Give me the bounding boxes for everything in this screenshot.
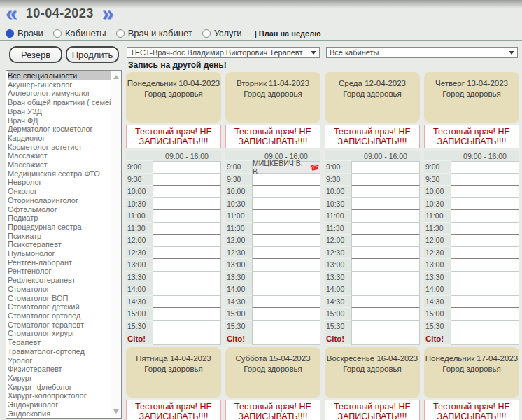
appointment-slot[interactable] [451, 223, 519, 235]
appointment-slot[interactable] [451, 259, 519, 272]
specialty-item[interactable]: Рефлексотерапевт [8, 276, 111, 285]
appointment-slot[interactable] [153, 174, 221, 186]
appointment-slot[interactable] [451, 186, 519, 198]
appointment-slot[interactable] [153, 259, 221, 272]
appointment-slot[interactable] [153, 296, 221, 309]
appointment-slot[interactable] [153, 210, 221, 223]
appointment-slot[interactable]: МИЦКЕВИЧ В. В.☎ [252, 161, 320, 174]
appointment-slot[interactable] [252, 174, 320, 186]
specialty-item[interactable]: Массажист [8, 151, 111, 160]
appointment-slot[interactable] [153, 161, 221, 174]
appointment-slot[interactable] [451, 247, 519, 260]
specialty-item[interactable]: Хирург- флеболог [8, 383, 111, 392]
specialty-item[interactable]: Дерматолог-косметолог [8, 125, 111, 134]
specialty-item[interactable]: Стоматолог ортопед [8, 312, 111, 321]
appointment-slot[interactable] [153, 223, 221, 235]
day-header[interactable]: Среда 12-04-2023Город здоровья [325, 72, 420, 122]
appointment-slot[interactable] [252, 210, 320, 223]
specialty-item[interactable]: Уролог [8, 356, 111, 365]
scrollbar[interactable] [111, 71, 121, 418]
specialty-item[interactable]: Хирург [8, 374, 111, 383]
appointment-slot[interactable] [451, 321, 519, 333]
appointment-slot[interactable] [252, 321, 320, 333]
mode-uslugi[interactable]: Услуги [202, 28, 242, 38]
next-week-icon[interactable]: » [102, 4, 114, 22]
appointment-slot[interactable] [252, 272, 320, 284]
appointment-slot[interactable] [351, 321, 420, 333]
specialty-item[interactable]: Хирург-колопроктолог [8, 391, 111, 400]
specialty-item[interactable]: Рентген-лаборант [8, 258, 111, 267]
mode-vrach-i-kabinet[interactable]: Врач и кабинет [116, 28, 192, 38]
appointment-slot[interactable] [351, 234, 420, 247]
appointment-slot[interactable] [351, 198, 420, 211]
appointment-slot[interactable] [351, 161, 420, 174]
appointment-slot[interactable] [153, 321, 221, 333]
cito-slot[interactable] [351, 332, 420, 345]
extend-button[interactable]: Продлить [66, 46, 119, 63]
appointment-slot[interactable] [252, 186, 320, 198]
specialty-item[interactable]: Оториноларинголог [8, 196, 111, 205]
specialty-item[interactable]: Врач УЗД [8, 107, 111, 116]
prev-week-icon[interactable]: « [6, 4, 17, 22]
specialty-item[interactable]: Врач ФД [8, 116, 111, 125]
specialty-item[interactable]: Стоматолог ВОП [8, 294, 111, 303]
day-header[interactable]: Понедельник 17-04-2023Город здоровья [424, 347, 519, 398]
specialty-item[interactable]: Врач общей практики ( семейный [8, 98, 111, 107]
appointment-slot[interactable] [351, 284, 420, 296]
specialty-item[interactable]: Педиатр [8, 214, 111, 223]
specialty-item[interactable]: Терапевт [8, 338, 111, 347]
appointment-slot[interactable] [351, 186, 420, 198]
appointment-slot[interactable] [252, 259, 320, 272]
appointment-slot[interactable] [351, 210, 420, 223]
specialty-item[interactable]: Кардиолог [8, 134, 111, 143]
appointment-slot[interactable] [153, 198, 221, 211]
mode-kabinety[interactable]: Кабинеты [53, 28, 106, 38]
specialty-item[interactable]: Стоматолог терапевт [8, 321, 111, 330]
specialty-item[interactable]: Стоматолог хирург [8, 329, 111, 338]
appointment-slot[interactable] [451, 284, 519, 296]
appointment-slot[interactable] [252, 296, 320, 309]
specialty-item[interactable]: Стоматолог [8, 285, 111, 294]
day-header[interactable]: Суббота 15-04-2023Город здоровья [225, 347, 320, 398]
appointment-slot[interactable] [451, 174, 519, 186]
appointment-slot[interactable] [153, 284, 221, 296]
specialty-item[interactable]: Невролог [8, 178, 111, 187]
appointment-slot[interactable] [351, 272, 420, 284]
appointment-slot[interactable] [351, 259, 420, 272]
appointment-slot[interactable] [351, 296, 420, 309]
cito-slot[interactable] [451, 332, 519, 345]
day-header[interactable]: Понедельник 10-04-2023Город здоровья [126, 72, 221, 122]
day-header[interactable]: Пятница 14-04-2023Город здоровья [126, 347, 221, 398]
specialty-item[interactable]: Офтальмолог [8, 205, 111, 214]
scroll-up-icon[interactable] [113, 75, 119, 79]
specialty-item[interactable]: Аллерголог-иммунолог [8, 89, 111, 98]
appointment-slot[interactable] [153, 247, 221, 260]
appointment-slot[interactable] [451, 296, 519, 309]
week-plan-link[interactable]: | План на неделю [255, 29, 321, 38]
appointment-slot[interactable] [451, 161, 519, 174]
cabinet-select[interactable]: Все кабинеты [326, 47, 518, 58]
appointment-slot[interactable] [351, 223, 420, 235]
specialty-item[interactable]: Все специальности [8, 71, 111, 80]
scroll-down-icon[interactable] [113, 410, 119, 414]
appointment-slot[interactable] [252, 308, 320, 321]
appointment-slot[interactable] [153, 234, 221, 247]
specialty-item[interactable]: Процедурная сестра [8, 223, 111, 232]
appointment-slot[interactable] [252, 284, 320, 296]
appointment-slot[interactable] [252, 247, 320, 260]
appointment-slot[interactable] [451, 272, 519, 284]
appointment-slot[interactable] [351, 174, 420, 186]
appointment-slot[interactable] [153, 272, 221, 284]
appointment-slot[interactable] [252, 223, 320, 235]
specialty-item[interactable]: Акушер-гинеколог [8, 80, 111, 90]
appointment-slot[interactable] [351, 247, 420, 260]
specialty-item[interactable]: Пульмонолог [8, 249, 111, 258]
specialty-item[interactable]: Онколог [8, 187, 111, 196]
specialty-item[interactable]: Косметолог-эстетист [8, 143, 111, 152]
appointment-slot[interactable] [451, 198, 519, 211]
radio-icon[interactable] [202, 29, 211, 38]
appointment-slot[interactable] [252, 198, 320, 211]
radio-icon[interactable] [53, 29, 62, 38]
radio-icon[interactable] [6, 29, 14, 38]
specialty-item[interactable]: Массажист [8, 160, 111, 169]
